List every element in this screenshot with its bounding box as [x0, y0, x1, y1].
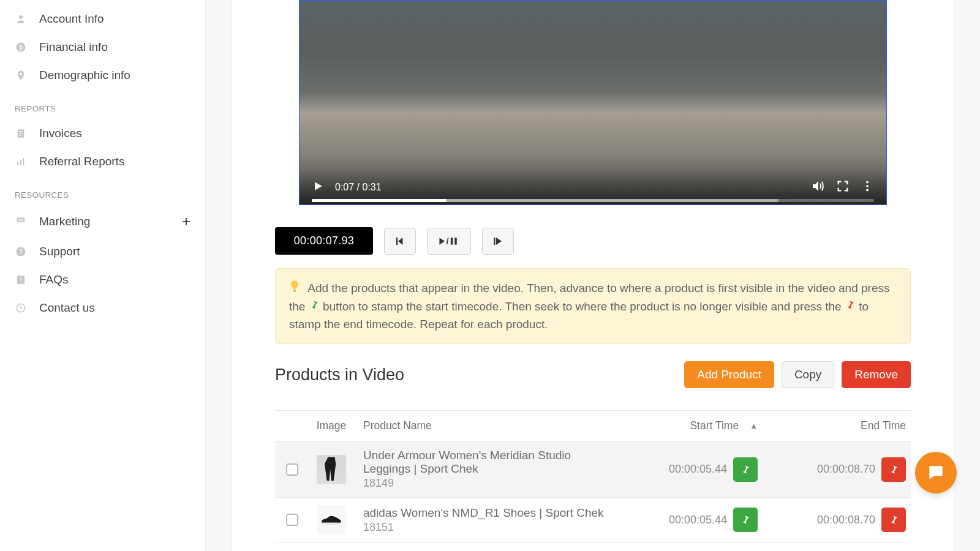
- svg-text:?: ?: [19, 248, 23, 255]
- help-icon: ?: [15, 246, 27, 258]
- ads-icon: ADS: [15, 216, 27, 228]
- svg-point-0: [19, 15, 23, 19]
- svg-text:ADS: ADS: [18, 219, 24, 222]
- header-product-name[interactable]: Product Name: [358, 419, 609, 432]
- add-product-button[interactable]: Add Product: [684, 361, 774, 388]
- svg-text:/: /: [447, 236, 449, 246]
- sidebar-item-label: Invoices: [39, 127, 82, 140]
- pants-icon: [320, 456, 343, 483]
- svg-rect-23: [454, 238, 457, 244]
- sidebar-item-label: Demographic info: [39, 69, 130, 82]
- chat-icon: [926, 463, 946, 482]
- sidebar-item-label: FAQs: [39, 273, 69, 287]
- dollar-icon: $: [15, 41, 27, 53]
- svg-rect-6: [19, 135, 21, 135]
- end-time-value: 00:00:08.70: [817, 463, 875, 476]
- video-player[interactable]: 0:07 / 0:31: [299, 0, 887, 205]
- svg-rect-8: [20, 160, 21, 165]
- map-pin-icon: [15, 69, 27, 81]
- svg-point-18: [866, 185, 869, 187]
- sidebar-item-referral-reports[interactable]: Referral Reports: [0, 148, 205, 176]
- svg-rect-27: [322, 523, 341, 525]
- expand-icon[interactable]: +: [182, 213, 190, 230]
- sidebar-item-label: Financial info: [39, 40, 108, 54]
- svg-point-19: [866, 189, 869, 192]
- svg-rect-22: [451, 238, 453, 244]
- row-checkbox[interactable]: [286, 463, 298, 476]
- main-content: 0:07 / 0:31: [206, 0, 980, 551]
- sidebar-item-label: Referral Reports: [39, 155, 124, 168]
- products-title: Products in Video: [275, 365, 404, 384]
- faq-icon: ?: [15, 274, 27, 286]
- svg-rect-26: [293, 291, 296, 292]
- sidebar-item-support[interactable]: ? Support: [0, 238, 205, 266]
- sidebar-item-marketing[interactable]: ADS Marketing +: [0, 206, 205, 238]
- bar-chart-icon: [15, 156, 27, 168]
- product-name: Under Armour Women's Meridian Studio Leg…: [363, 449, 609, 476]
- play-icon[interactable]: [312, 179, 324, 195]
- volume-icon[interactable]: [810, 179, 825, 196]
- document-icon: [15, 127, 27, 140]
- sidebar-item-label: Support: [39, 245, 80, 258]
- table-row: Under Armour Women's Meridian Studio Leg…: [275, 441, 911, 498]
- sidebar-item-label: Marketing: [39, 215, 90, 228]
- svg-rect-25: [293, 290, 296, 290]
- products-actions: Add Product Copy Remove: [684, 361, 911, 388]
- svg-rect-24: [494, 238, 495, 245]
- svg-rect-9: [23, 158, 24, 165]
- fullscreen-icon[interactable]: [836, 179, 850, 195]
- products-header: Products in Video Add Product Copy Remov…: [275, 361, 911, 388]
- header-start-time[interactable]: Start Time ▲: [617, 419, 758, 432]
- sidebar-item-faqs[interactable]: ? FAQs: [0, 266, 205, 294]
- remove-button[interactable]: Remove: [842, 361, 911, 388]
- play-pause-button[interactable]: /: [427, 228, 471, 255]
- video-time-display: 0:07 / 0:31: [335, 182, 382, 193]
- svg-rect-5: [19, 133, 23, 133]
- lightbulb-icon: [289, 280, 300, 298]
- sidebar-item-contact-us[interactable]: Contact us: [0, 294, 205, 322]
- stamp-start-button[interactable]: [733, 508, 758, 532]
- svg-rect-20: [396, 238, 398, 245]
- header-end-time[interactable]: End Time: [765, 419, 906, 432]
- svg-text:?: ?: [20, 277, 23, 283]
- transport-row: 00:00:07.93 /: [275, 227, 911, 255]
- clock-icon: [15, 302, 27, 314]
- step-back-button[interactable]: [384, 228, 416, 255]
- header-image[interactable]: Image: [312, 419, 351, 432]
- step-forward-button[interactable]: [482, 228, 514, 255]
- shoe-icon: [320, 506, 343, 533]
- start-time-value: 00:00:05.44: [669, 463, 727, 476]
- more-icon[interactable]: [861, 179, 874, 195]
- sidebar-item-label: Contact us: [39, 301, 95, 315]
- svg-rect-4: [19, 131, 23, 132]
- instruction-tip: Add the products that appear in the vide…: [275, 268, 911, 344]
- sidebar-item-demographic-info[interactable]: Demographic info: [0, 61, 205, 89]
- stamp-end-button[interactable]: [881, 457, 906, 482]
- user-icon: [15, 13, 27, 25]
- start-time-value: 00:00:05.44: [669, 514, 727, 527]
- sidebar-item-account-info[interactable]: Account Info: [0, 5, 205, 33]
- sidebar: Account Info $ Financial info Demographi…: [0, 0, 206, 551]
- row-checkbox[interactable]: [286, 514, 298, 526]
- content-card: 0:07 / 0:31: [232, 0, 954, 551]
- sidebar-section-resources: RESOURCES: [0, 176, 205, 206]
- video-buffer-fill: [312, 199, 778, 202]
- chat-fab[interactable]: [915, 452, 957, 493]
- svg-point-17: [866, 181, 869, 184]
- sidebar-item-label: Account Info: [39, 12, 104, 26]
- video-progress-track[interactable]: [312, 199, 874, 202]
- end-time-value: 00:00:08.70: [817, 514, 875, 527]
- product-name: adidas Women's NMD_R1 Shoes | Sport Chek: [363, 506, 609, 520]
- timecode-display: 00:00:07.93: [275, 227, 373, 255]
- sort-asc-icon: ▲: [750, 421, 758, 430]
- product-sku: 18149: [363, 477, 609, 490]
- sidebar-item-invoices[interactable]: Invoices: [0, 119, 205, 148]
- stamp-start-button[interactable]: [733, 457, 758, 482]
- copy-button[interactable]: Copy: [782, 361, 834, 388]
- product-thumbnail: [317, 505, 346, 534]
- svg-text:$: $: [19, 43, 23, 51]
- video-frame: 0:07 / 0:31: [300, 1, 886, 204]
- stamp-end-button[interactable]: [881, 508, 906, 532]
- sidebar-item-financial-info[interactable]: $ Financial info: [0, 33, 205, 61]
- table-header-row: Image Product Name Start Time ▲ End Time: [275, 411, 911, 441]
